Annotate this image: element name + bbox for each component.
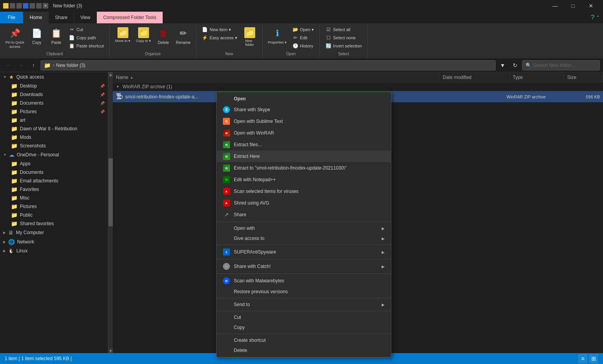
- toolbar-icon-1[interactable]: [10, 3, 15, 9]
- rename-button[interactable]: ✏ Rename: [174, 26, 193, 46]
- sidebar-item-email-attachments[interactable]: 📁 Email attachments: [0, 177, 108, 185]
- tab-file[interactable]: File: [0, 12, 23, 23]
- col-header-size[interactable]: Size: [564, 72, 603, 82]
- properties-button[interactable]: ℹ Properties ▾: [266, 26, 289, 46]
- sidebar-item-screenshots[interactable]: 📁 Screenshots: [0, 142, 108, 150]
- toolbar-icon-6[interactable]: ▼: [43, 3, 48, 9]
- scroll-down-button[interactable]: ▼: [109, 348, 113, 353]
- quick-access-header[interactable]: ▼ ★ Quick access: [0, 72, 108, 82]
- delete-button[interactable]: 🗑 Delete: [154, 26, 173, 46]
- ctx-send-to[interactable]: Send to ▶: [217, 299, 391, 310]
- ctx-restore[interactable]: Restore previous versions: [217, 287, 391, 297]
- ctx-notepad[interactable]: N Edit with Notepad++: [217, 174, 391, 186]
- sidebar-item-art[interactable]: 📁 art: [0, 116, 108, 124]
- history-button[interactable]: 🕐 History: [290, 42, 316, 50]
- ctx-share-skype[interactable]: S Share with Skype: [217, 104, 391, 116]
- col-header-name[interactable]: Name ▲: [113, 72, 440, 82]
- title-bar: ▼ New folder (3) — □ ✕: [0, 0, 603, 12]
- sidebar-item-public[interactable]: 📁 Public: [0, 211, 108, 219]
- toolbar-icon-3[interactable]: [23, 3, 28, 9]
- invert-selection-button[interactable]: 🔄 Invert selection: [323, 42, 364, 50]
- tab-home[interactable]: Home: [23, 12, 49, 23]
- ctx-sublime[interactable]: S Open with Sublime Text: [217, 116, 391, 127]
- address-path[interactable]: 📁 › New folder (3): [40, 60, 496, 70]
- col-header-type[interactable]: Type: [510, 72, 564, 82]
- up-button[interactable]: ↑: [28, 60, 39, 71]
- toolbar-icon-2[interactable]: [16, 3, 22, 9]
- forward-button[interactable]: →: [16, 60, 26, 71]
- copy-to-button[interactable]: 📁 Copy to ▾: [133, 26, 153, 44]
- ctx-give-access[interactable]: Give access to ▶: [217, 233, 391, 243]
- tab-share[interactable]: Share: [49, 12, 74, 23]
- ctx-open[interactable]: Open: [217, 94, 391, 104]
- sidebar-item-pictures[interactable]: 📁 Pictures 📌: [0, 107, 108, 116]
- ctx-malware[interactable]: M Scan with Malwarebytes: [217, 275, 391, 287]
- scroll-up-button[interactable]: ▲: [109, 72, 113, 77]
- select-none-button[interactable]: ☐ Select none: [323, 34, 364, 42]
- easy-access-button[interactable]: ⚡ Easy access ▾: [200, 34, 240, 42]
- ctx-extract-to[interactable]: W Extract to "smol-retribution-fmodex-up…: [217, 162, 391, 174]
- ctx-delete[interactable]: Delete: [217, 345, 391, 355]
- move-to-button[interactable]: 📁 Move to ▾: [113, 26, 133, 44]
- ctx-share[interactable]: ↗ Share: [217, 209, 391, 220]
- ctx-cut[interactable]: Cut: [217, 312, 391, 322]
- dropdown-button[interactable]: ▼: [497, 60, 508, 71]
- linux-header[interactable]: ▶ 🐧 Linux: [0, 247, 108, 255]
- my-computer-header[interactable]: ▶ 🖥 My Computer: [0, 228, 108, 237]
- toolbar-icon-5[interactable]: [36, 3, 42, 9]
- ctx-winrar-open[interactable]: W Open with WinRAR: [217, 127, 391, 139]
- edit-button[interactable]: ✏ Edit: [290, 34, 316, 42]
- sidebar-item-mods[interactable]: 📁 Mods: [0, 133, 108, 142]
- ctx-create-shortcut[interactable]: Create shortcut: [217, 335, 391, 345]
- close-button[interactable]: ✕: [582, 0, 600, 12]
- col-header-date[interactable]: Date modified: [440, 72, 510, 82]
- ctx-catch[interactable]: ↔ Share with Catch! ▶: [217, 261, 391, 272]
- new-item-button[interactable]: 📄 New item ▾: [200, 26, 240, 33]
- cut-button[interactable]: ✂ Cut: [67, 26, 106, 33]
- sidebar-item-od-pictures[interactable]: 📁 Pictures: [0, 202, 108, 211]
- sidebar-item-downloads[interactable]: 📁 Downloads 📌: [0, 90, 108, 99]
- sidebar-item-desktop[interactable]: 📁 Desktop 📌: [0, 82, 108, 90]
- scroll-thumb[interactable]: [109, 158, 113, 226]
- sidebar-item-shared-favorites[interactable]: 📁 Shared favorites: [0, 219, 108, 228]
- easy-access-icon: ⚡: [202, 35, 208, 41]
- sidebar-item-documents[interactable]: 📁 Documents 📌: [0, 99, 108, 107]
- select-all-button[interactable]: ☑ Select all: [323, 26, 364, 33]
- copy-path-button[interactable]: 📄 Copy path: [67, 34, 106, 42]
- ctx-super[interactable]: S SUPERAntiSpyware ▶: [217, 246, 391, 258]
- network-header[interactable]: ▶ 🌐 Network: [0, 237, 108, 247]
- view-list-button[interactable]: ≡: [578, 354, 587, 363]
- sidebar-item-favorites[interactable]: 📁 Favorites: [0, 185, 108, 194]
- toolbar-icon-4[interactable]: [30, 3, 35, 9]
- back-button[interactable]: ←: [3, 60, 14, 71]
- paste-button[interactable]: 📋 Paste: [47, 26, 66, 46]
- tab-view[interactable]: View: [74, 12, 97, 23]
- ctx-copy[interactable]: Copy: [217, 322, 391, 332]
- sidebar-item-apps[interactable]: 📁 Apps: [0, 159, 108, 168]
- ctx-shred-avg[interactable]: A Shred using AVG: [217, 197, 391, 209]
- sidebar-item-od-documents[interactable]: 📁 Documents: [0, 168, 108, 177]
- view-details-button[interactable]: ⊞: [589, 354, 598, 363]
- copy-button[interactable]: 📄 Copy: [28, 26, 46, 46]
- search-box[interactable]: 🔍 Search New folder...: [522, 60, 600, 70]
- pin-to-quickaccess-button[interactable]: 📌 Pin to Quickaccess: [3, 26, 27, 51]
- ctx-extract-files[interactable]: W Extract files...: [217, 139, 391, 150]
- ctx-extract-here[interactable]: W Extract Here: [217, 150, 391, 162]
- tab-compressed[interactable]: Compressed Folder Tools: [97, 12, 163, 23]
- ctx-scan-viruses[interactable]: A Scan selected items for viruses: [217, 186, 391, 197]
- pin-icon: 📌: [9, 27, 21, 40]
- ribbon-help-icon[interactable]: ?: [591, 14, 594, 21]
- ctx-give-access-arrow: ▶: [382, 236, 385, 241]
- new-folder-button[interactable]: 📁 Newfolder: [240, 26, 259, 48]
- ribbon-collapse-icon[interactable]: ⌃: [596, 15, 600, 20]
- minimize-button[interactable]: —: [546, 0, 564, 12]
- onedrive-header[interactable]: ▼ ☁ OneDrive - Personal: [0, 150, 108, 159]
- ctx-open-with[interactable]: Open with ▶: [217, 223, 391, 233]
- paste-shortcut-button[interactable]: 📋 Paste shortcut: [67, 42, 106, 50]
- open-button[interactable]: 📂 Open ▾: [290, 26, 316, 33]
- maximize-button[interactable]: □: [564, 0, 582, 12]
- sidebar-item-misc[interactable]: 📁 Misc: [0, 194, 108, 202]
- refresh-button[interactable]: ↻: [510, 60, 521, 71]
- sidebar-item-dawn-of-war[interactable]: 📁 Dawn of War II - Retribution: [0, 124, 108, 133]
- network-section: ▶ 🌐 Network: [0, 237, 108, 247]
